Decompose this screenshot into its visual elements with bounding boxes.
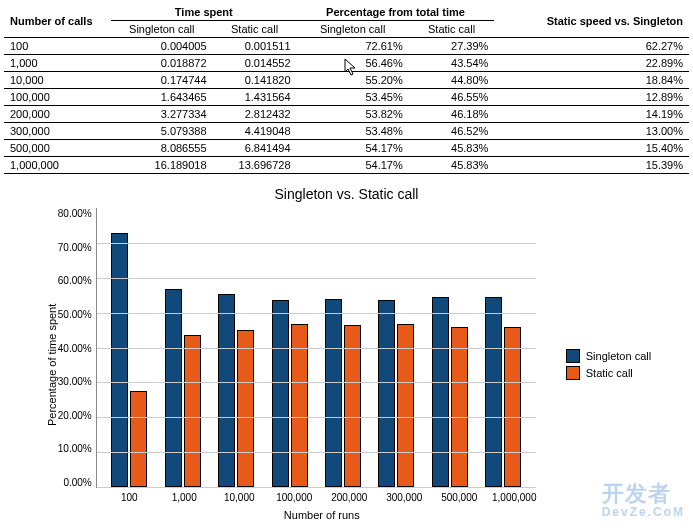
y-tick: 40.00% <box>58 343 92 354</box>
bar-singleton <box>165 289 182 487</box>
x-tick: 1,000 <box>159 492 209 503</box>
bar-group <box>272 300 308 487</box>
y-tick: 70.00% <box>58 242 92 253</box>
table-row: 1,0000.0188720.01455256.46%43.54%22.89% <box>4 55 689 72</box>
cell-singleton-pct: 53.82% <box>297 106 409 123</box>
subheader-static-time: Static call <box>213 21 297 38</box>
bar-group <box>432 297 468 487</box>
cell-static-time: 0.001511 <box>213 38 297 55</box>
cell-static-pct: 27.39% <box>409 38 495 55</box>
x-tick: 1,000,000 <box>489 492 539 503</box>
y-tick: 30.00% <box>58 376 92 387</box>
x-tick: 100,000 <box>269 492 319 503</box>
gridline <box>97 452 536 453</box>
cell-singleton-time: 5.079388 <box>111 123 213 140</box>
cell-speed: 15.40% <box>494 140 689 157</box>
cell-static-time: 1.431564 <box>213 89 297 106</box>
bar-group <box>111 233 147 487</box>
cell-calls: 500,000 <box>4 140 111 157</box>
cell-speed: 14.19% <box>494 106 689 123</box>
cell-singleton-time: 0.174744 <box>111 72 213 89</box>
x-axis-label: Number of runs <box>96 509 548 521</box>
cell-singleton-time: 0.004005 <box>111 38 213 55</box>
cell-singleton-time: 1.643465 <box>111 89 213 106</box>
cell-static-time: 6.841494 <box>213 140 297 157</box>
cell-calls: 300,000 <box>4 123 111 140</box>
x-tick: 300,000 <box>379 492 429 503</box>
cell-calls: 1,000 <box>4 55 111 72</box>
cell-calls: 1,000,000 <box>4 157 111 174</box>
cell-static-pct: 46.18% <box>409 106 495 123</box>
cell-calls: 10,000 <box>4 72 111 89</box>
plot-area <box>96 208 536 488</box>
legend-label-static: Static call <box>586 367 633 379</box>
bar-static <box>130 391 147 487</box>
legend-swatch-singleton <box>566 349 580 363</box>
table-row: 10,0000.1747440.14182055.20%44.80%18.84% <box>4 72 689 89</box>
chart-container: Singleton vs. Static call Percentage of … <box>4 186 689 521</box>
cell-static-time: 0.014552 <box>213 55 297 72</box>
bar-static <box>237 330 254 487</box>
gridline <box>97 417 536 418</box>
cell-speed: 13.00% <box>494 123 689 140</box>
bar-static <box>184 335 201 487</box>
cell-singleton-time: 16.189018 <box>111 157 213 174</box>
cell-singleton-time: 3.277334 <box>111 106 213 123</box>
bar-singleton <box>218 294 235 487</box>
cell-static-pct: 46.52% <box>409 123 495 140</box>
y-tick: 50.00% <box>58 309 92 320</box>
y-tick: 60.00% <box>58 275 92 286</box>
cell-calls: 100 <box>4 38 111 55</box>
bar-static <box>291 324 308 487</box>
bar-singleton <box>485 297 502 487</box>
x-axis: 1001,00010,000100,000200,000300,000500,0… <box>96 492 548 503</box>
table-row: 200,0003.2773342.81243253.82%46.18%14.19… <box>4 106 689 123</box>
cell-speed: 22.89% <box>494 55 689 72</box>
table-row: 500,0008.0865556.84149454.17%45.83%15.40… <box>4 140 689 157</box>
bar-singleton <box>378 300 395 487</box>
y-tick: 80.00% <box>58 208 92 219</box>
y-tick: 10.00% <box>58 443 92 454</box>
y-tick: 20.00% <box>58 410 92 421</box>
header-time-spent: Time spent <box>111 4 297 21</box>
header-pct-total: Percentage from total time <box>297 4 495 21</box>
cell-static-pct: 46.55% <box>409 89 495 106</box>
cell-speed: 12.89% <box>494 89 689 106</box>
cell-static-pct: 44.80% <box>409 72 495 89</box>
cell-singleton-pct: 55.20% <box>297 72 409 89</box>
table-row: 100,0001.6434651.43156453.45%46.55%12.89… <box>4 89 689 106</box>
bar-group <box>485 297 521 487</box>
x-tick: 500,000 <box>434 492 484 503</box>
legend: Singleton call Static call <box>566 346 651 383</box>
y-axis: 80.00%70.00%60.00%50.00%40.00%30.00%20.0… <box>58 208 96 488</box>
legend-swatch-static <box>566 366 580 380</box>
benchmark-table: Number of calls Time spent Percentage fr… <box>4 4 689 174</box>
gridline <box>97 278 536 279</box>
bar-singleton <box>272 300 289 487</box>
subheader-static-pct: Static call <box>409 21 495 38</box>
bar-static <box>451 327 468 487</box>
table-row: 1,000,00016.18901813.69672854.17%45.83%1… <box>4 157 689 174</box>
cell-singleton-pct: 54.17% <box>297 157 409 174</box>
header-calls: Number of calls <box>4 4 111 38</box>
gridline <box>97 243 536 244</box>
cell-singleton-time: 0.018872 <box>111 55 213 72</box>
cell-singleton-pct: 54.17% <box>297 140 409 157</box>
cell-static-time: 13.696728 <box>213 157 297 174</box>
y-tick: 0.00% <box>58 477 92 488</box>
bar-static <box>504 327 521 487</box>
header-speed: Static speed vs. Singleton <box>494 4 689 38</box>
legend-label-singleton: Singleton call <box>586 350 651 362</box>
cell-speed: 62.27% <box>494 38 689 55</box>
y-axis-label: Percentage of time spent <box>42 208 58 521</box>
subheader-singleton-time: Singleton call <box>111 21 213 38</box>
bar-group <box>325 299 361 487</box>
bar-static <box>344 325 361 487</box>
x-tick: 100 <box>104 492 154 503</box>
cell-singleton-pct: 56.46% <box>297 55 409 72</box>
cell-calls: 100,000 <box>4 89 111 106</box>
bar-group <box>218 294 254 487</box>
x-tick: 200,000 <box>324 492 374 503</box>
cell-static-time: 4.419048 <box>213 123 297 140</box>
table-row: 1000.0040050.00151172.61%27.39%62.27% <box>4 38 689 55</box>
